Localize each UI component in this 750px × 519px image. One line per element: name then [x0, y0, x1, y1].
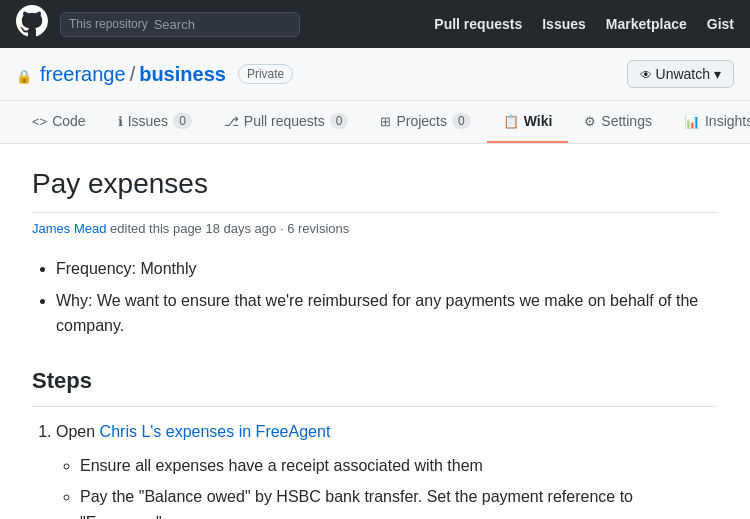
tab-code[interactable]: <> Code	[16, 101, 102, 143]
tab-projects-label: Projects	[396, 113, 447, 129]
eye-icon	[640, 66, 652, 82]
steps-heading: Steps	[32, 363, 718, 407]
tab-code-label: Code	[52, 113, 85, 129]
wiki-icon: 📋	[503, 114, 519, 129]
tab-wiki[interactable]: 📋 Wiki	[487, 101, 569, 143]
repo-header: freerange / business Private Unwatch ▾	[0, 48, 750, 101]
tab-insights[interactable]: 📊 Insights ▾	[668, 101, 750, 143]
tab-pr-label: Pull requests	[244, 113, 325, 129]
nav-pull-requests[interactable]: Pull requests	[434, 16, 522, 32]
page-meta: James Mead edited this page 18 days ago …	[32, 221, 718, 236]
page-meta-revisions: 6 revisions	[287, 221, 349, 236]
list-item: Frequency: Monthly	[56, 256, 718, 282]
settings-icon: ⚙	[584, 114, 596, 129]
nav-gist[interactable]: Gist	[707, 16, 734, 32]
issues-icon: ℹ	[118, 114, 123, 129]
sub-list: Ensure all expenses have a receipt assoc…	[56, 453, 718, 519]
page-meta-time: 18 days ago	[205, 221, 276, 236]
unwatch-label: Unwatch	[656, 66, 710, 82]
search-scope-label: This repository	[69, 17, 148, 31]
tab-wiki-label: Wiki	[524, 113, 553, 129]
list-item: Open Chris L's expenses in FreeAgent Ens…	[56, 419, 718, 519]
nav-marketplace[interactable]: Marketplace	[606, 16, 687, 32]
nav-issues[interactable]: Issues	[542, 16, 586, 32]
header: This repository Pull requests Issues Mar…	[0, 0, 750, 48]
list-item: Ensure all expenses have a receipt assoc…	[80, 453, 718, 479]
tab-issues-label: Issues	[128, 113, 168, 129]
breadcrumb: freerange / business Private	[16, 63, 293, 86]
breadcrumb-separator: /	[130, 63, 136, 86]
steps-list: Open Chris L's expenses in FreeAgent Ens…	[32, 419, 718, 519]
repo-owner-link[interactable]: freerange	[40, 63, 126, 86]
page-meta-action: edited this page	[110, 221, 202, 236]
tab-settings-label: Settings	[601, 113, 652, 129]
repo-visibility-badge: Private	[238, 64, 293, 84]
pr-icon: ⎇	[224, 114, 239, 129]
main-content: Pay expenses James Mead edited this page…	[0, 144, 750, 519]
issues-count: 0	[173, 113, 192, 129]
tab-issues[interactable]: ℹ Issues 0	[102, 101, 208, 143]
bullet-list: Frequency: Monthly Why: We want to ensur…	[32, 256, 718, 339]
page-author-link[interactable]: James Mead	[32, 221, 106, 236]
insights-icon: 📊	[684, 114, 700, 129]
page-title: Pay expenses	[32, 168, 718, 213]
page-meta-separator: ·	[280, 221, 284, 236]
tabs-nav: <> Code ℹ Issues 0 ⎇ Pull requests 0 ⊞ P…	[0, 101, 750, 144]
wiki-content: Frequency: Monthly Why: We want to ensur…	[32, 256, 718, 519]
list-item: Why: We want to ensure that we're reimbu…	[56, 288, 718, 339]
freeagent-link[interactable]: Chris L's expenses in FreeAgent	[100, 423, 331, 440]
step-text-before: Open	[56, 423, 100, 440]
list-item: Pay the "Balance owed" by HSBC bank tran…	[80, 484, 718, 519]
repo-name-link[interactable]: business	[139, 63, 226, 86]
pr-count: 0	[330, 113, 349, 129]
tab-pull-requests[interactable]: ⎇ Pull requests 0	[208, 101, 365, 143]
dropdown-arrow: ▾	[714, 66, 721, 82]
header-nav: Pull requests Issues Marketplace Gist	[434, 16, 734, 32]
projects-count: 0	[452, 113, 471, 129]
code-icon: <>	[32, 114, 47, 129]
github-logo-icon[interactable]	[16, 5, 48, 43]
search-input[interactable]	[154, 17, 284, 32]
tab-insights-label: Insights	[705, 113, 750, 129]
tab-projects[interactable]: ⊞ Projects 0	[364, 101, 486, 143]
search-container[interactable]: This repository	[60, 12, 300, 37]
lock-icon	[16, 63, 36, 86]
tab-settings[interactable]: ⚙ Settings	[568, 101, 668, 143]
unwatch-button[interactable]: Unwatch ▾	[627, 60, 734, 88]
projects-icon: ⊞	[380, 114, 391, 129]
